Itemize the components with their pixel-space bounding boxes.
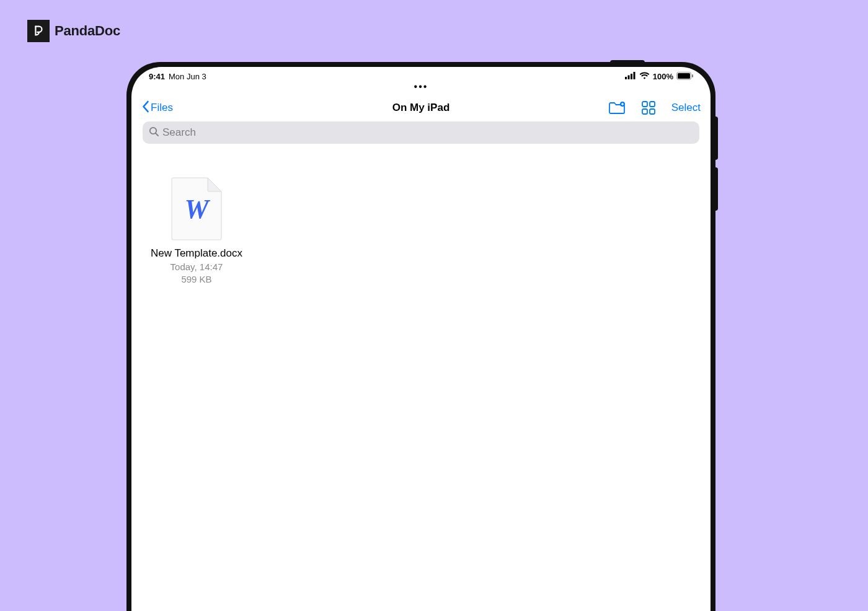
- battery-icon: [676, 72, 693, 82]
- pandadoc-mark-icon: [27, 20, 50, 42]
- file-modified: Today, 14:47: [170, 261, 223, 273]
- status-time: 9:41: [149, 72, 165, 81]
- file-size: 599 KB: [181, 273, 211, 286]
- select-button[interactable]: Select: [671, 102, 701, 114]
- ipad-frame: 9:41 Mon Jun 3 100% •••: [126, 62, 715, 611]
- chevron-left-icon: [141, 100, 149, 116]
- back-button[interactable]: Files: [141, 100, 173, 116]
- svg-rect-5: [678, 73, 690, 79]
- status-date: Mon Jun 3: [169, 72, 206, 81]
- device-volume-up: [713, 116, 718, 160]
- svg-rect-9: [650, 102, 655, 107]
- file-grid: W New Template.docx Today, 14:47 599 KB: [131, 147, 711, 315]
- svg-rect-8: [642, 102, 647, 107]
- search-input[interactable]: [162, 126, 693, 139]
- new-folder-icon[interactable]: [608, 101, 626, 115]
- device-volume-down: [713, 167, 718, 211]
- file-item[interactable]: W New Template.docx Today, 14:47 599 KB: [150, 177, 243, 285]
- svg-rect-1: [627, 76, 629, 80]
- svg-rect-10: [642, 109, 647, 114]
- view-grid-icon[interactable]: [642, 101, 655, 115]
- search-icon: [149, 126, 159, 139]
- battery-percent: 100%: [653, 72, 673, 81]
- device-power-button: [610, 60, 645, 65]
- svg-rect-0: [625, 77, 627, 79]
- cellular-signal-icon: [625, 72, 636, 81]
- word-document-icon: W: [171, 177, 222, 240]
- ipad-screen: 9:41 Mon Jun 3 100% •••: [131, 67, 711, 611]
- svg-line-13: [156, 133, 158, 136]
- svg-rect-2: [631, 74, 632, 79]
- file-name: New Template.docx: [151, 247, 242, 260]
- svg-text:W: W: [184, 194, 210, 224]
- svg-rect-11: [650, 109, 655, 114]
- search-bar[interactable]: [143, 121, 699, 144]
- wifi-icon: [639, 72, 650, 81]
- navigation-bar: Files On My iPad Select: [131, 94, 711, 121]
- svg-rect-6: [692, 74, 693, 77]
- brand-name: PandaDoc: [55, 23, 120, 39]
- back-label: Files: [151, 102, 173, 114]
- svg-rect-3: [633, 72, 635, 79]
- overflow-menu-icon[interactable]: •••: [131, 84, 711, 94]
- brand-logo: PandaDoc: [27, 20, 120, 42]
